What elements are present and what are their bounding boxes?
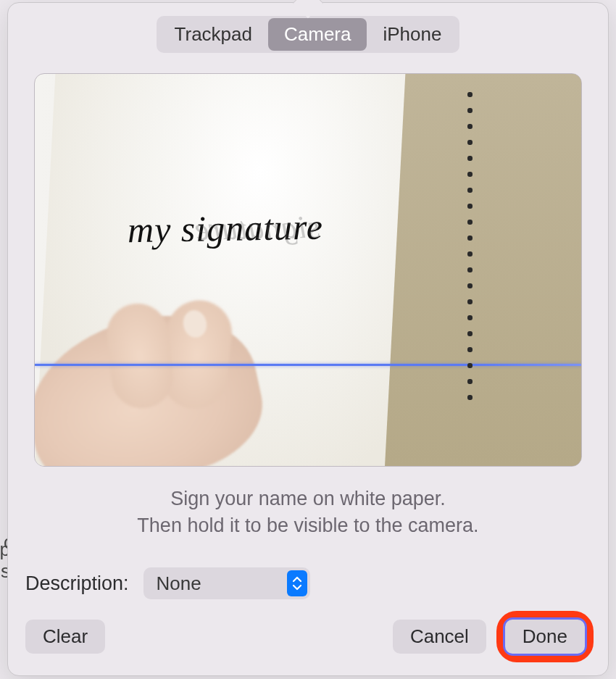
signature-popover: Trackpad Camera iPhone my signature sign…	[7, 2, 609, 676]
button-row: Clear Cancel Done	[20, 614, 596, 659]
instruction-text: Sign your name on white paper. Then hold…	[20, 486, 596, 538]
instruction-line-2: Then hold it to be visible to the camera…	[20, 512, 596, 538]
tab-camera[interactable]: Camera	[268, 18, 367, 51]
description-select-value: None	[157, 572, 201, 595]
clear-button[interactable]: Clear	[25, 620, 105, 654]
description-label: Description:	[25, 572, 129, 595]
description-select[interactable]: None	[143, 567, 310, 599]
done-button-highlight: Done	[499, 614, 591, 659]
capture-mode-tabs: Trackpad Camera iPhone	[157, 16, 460, 53]
tab-iphone[interactable]: iPhone	[367, 18, 457, 51]
done-button[interactable]: Done	[505, 620, 585, 654]
cancel-button[interactable]: Cancel	[393, 620, 486, 654]
chevron-up-down-icon	[287, 570, 307, 596]
tab-trackpad[interactable]: Trackpad	[159, 18, 268, 51]
signature-baseline-guide	[35, 364, 581, 366]
description-row: Description: None	[20, 567, 596, 599]
instruction-line-1: Sign your name on white paper.	[20, 486, 596, 512]
camera-preview: my signature signature	[34, 73, 582, 467]
preview-table-surface	[385, 74, 581, 466]
preview-perforation-marks	[467, 81, 474, 459]
preview-signature-text: my signature signature	[128, 206, 324, 251]
